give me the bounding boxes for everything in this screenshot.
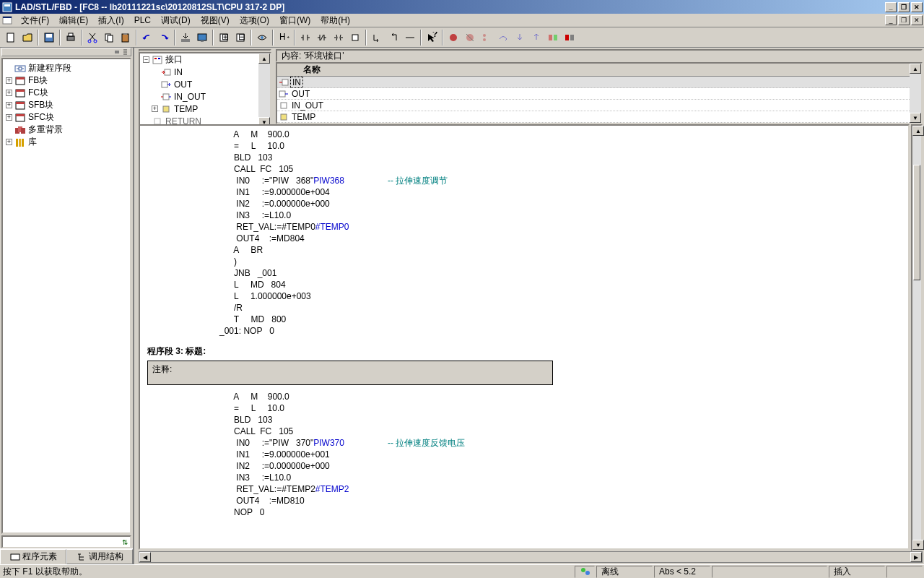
expander-icon[interactable]: +	[6, 114, 12, 121]
table-row[interactable]: OUT	[277, 88, 910, 100]
code-scrollbar-h[interactable]: ◀ ▶	[139, 551, 923, 563]
scroll-down-icon[interactable]: ▼	[910, 113, 921, 123]
menu-window[interactable]: 窗口(W)	[274, 13, 315, 28]
expander-icon[interactable]: +	[6, 139, 12, 145]
breakpoint-list-button[interactable]	[479, 30, 494, 46]
left-pane-grip[interactable]	[1, 48, 131, 56]
svg-rect-63	[281, 114, 287, 120]
tree-sfc[interactable]: + SFC块	[4, 111, 128, 124]
menu-insert[interactable]: 插入(I)	[93, 13, 128, 28]
catalog-tree[interactable]: 新建程序段 + FB块 + FC块 + SFB块	[3, 59, 130, 151]
step-over-button[interactable]	[495, 30, 511, 46]
coil-button[interactable]	[331, 30, 346, 46]
table-row[interactable]: IN	[277, 77, 910, 88]
download-button[interactable]	[178, 30, 193, 46]
expander-icon[interactable]: +	[6, 77, 12, 84]
interface-splitter[interactable]	[271, 48, 274, 121]
scrollbar[interactable]: ▲ ▼	[258, 53, 270, 127]
copy-button[interactable]	[101, 30, 117, 46]
menu-view[interactable]: 视图(V)	[196, 13, 235, 28]
filter-toggle-icon[interactable]: ⇅	[120, 537, 130, 547]
expander-icon[interactable]: +	[6, 102, 12, 108]
svg-rect-54	[158, 58, 160, 59]
scroll-thumb[interactable]	[913, 165, 920, 280]
run-button[interactable]	[545, 30, 561, 46]
display-button[interactable]	[254, 30, 270, 46]
redo-button[interactable]	[156, 30, 172, 46]
scroll-right-icon[interactable]: ▶	[910, 552, 922, 562]
branch-open-button[interactable]	[369, 30, 385, 46]
scroll-left-icon[interactable]: ◀	[139, 552, 151, 562]
monitor-button[interactable]	[194, 30, 210, 46]
expander-icon[interactable]: +	[6, 90, 12, 96]
menu-edit[interactable]: 编辑(E)	[54, 13, 93, 28]
code-editor[interactable]: A M 900.0 = L 10.0 BLD 103 CALL FC 105	[139, 124, 910, 550]
tree-lib[interactable]: + 库	[4, 136, 128, 148]
tree-fb[interactable]: + FB块	[4, 74, 128, 87]
status-offline: 离线	[596, 566, 653, 578]
close-button[interactable]: ✕	[911, 2, 923, 12]
connection-button[interactable]	[402, 30, 418, 46]
svg-rect-61	[279, 91, 285, 97]
cell-name[interactable]: IN	[290, 77, 303, 88]
svg-point-29	[483, 38, 486, 41]
symbol-button[interactable]: ⊟	[232, 30, 248, 46]
cut-button[interactable]	[84, 30, 100, 46]
mdi-restore-button[interactable]: ❐	[898, 15, 910, 25]
block-icon	[14, 113, 26, 122]
table-row[interactable]: TEMP	[277, 111, 910, 123]
code-scrollbar-v[interactable]: ▲ ▼	[911, 124, 923, 551]
tree-label: OUT	[174, 79, 192, 90]
scroll-down-icon[interactable]: ▼	[912, 540, 924, 550]
menu-help[interactable]: 帮助(H)	[315, 13, 355, 28]
menu-plc[interactable]: PLC	[129, 14, 156, 27]
column-header-name[interactable]: 名称	[303, 64, 321, 76]
menu-options[interactable]: 选项(O)	[235, 13, 274, 28]
tree-sfb[interactable]: + SFB块	[4, 99, 128, 111]
help-cursor-button[interactable]: ?	[424, 30, 440, 46]
expander-icon[interactable]: +	[152, 105, 158, 112]
tree-fc[interactable]: + FC块	[4, 87, 128, 99]
tree-multibg[interactable]: 多重背景	[4, 124, 128, 136]
menu-file[interactable]: 文件(F)	[16, 13, 54, 28]
step-into-button[interactable]	[512, 30, 528, 46]
tab-elements[interactable]: 程序元素	[0, 549, 66, 564]
mdi-close-button[interactable]: ✕	[911, 15, 923, 25]
open-button[interactable]	[19, 30, 35, 46]
scrollbar[interactable]: ▲ ▼	[910, 64, 921, 123]
cell-name: IN_OUT	[290, 100, 323, 111]
new-button[interactable]	[3, 30, 19, 46]
mdi-doc-icon	[1, 14, 13, 26]
contact-no-button[interactable]	[297, 30, 313, 46]
scroll-up-icon[interactable]: ▲	[910, 64, 921, 74]
undo-button[interactable]	[139, 30, 155, 46]
menu-debug[interactable]: 调试(D)	[156, 13, 196, 28]
table-row[interactable]: IN_OUT	[277, 100, 910, 111]
print-button[interactable]	[63, 30, 79, 46]
minimize-button[interactable]: _	[885, 2, 897, 12]
goto-button[interactable]: H↔	[276, 30, 292, 46]
breakpoint-button[interactable]	[445, 30, 461, 46]
comment-box[interactable]: 注释:	[147, 361, 553, 385]
tree-new-segment[interactable]: 新建程序段	[4, 62, 128, 74]
scroll-up-icon[interactable]: ▲	[912, 126, 924, 136]
svg-point-22	[261, 36, 263, 39]
breakpoint-clear-button[interactable]	[462, 30, 478, 46]
paste-button[interactable]	[118, 30, 134, 46]
status-abs: Abs < 5.2	[654, 566, 710, 578]
tab-callstruct[interactable]: 调用结构	[66, 549, 133, 564]
collapse-icon[interactable]: −	[143, 56, 149, 63]
stop-button[interactable]	[562, 30, 578, 46]
branch-close-button[interactable]	[385, 30, 401, 46]
save-button[interactable]	[41, 30, 57, 46]
contact-nc-button[interactable]	[314, 30, 330, 46]
box-button[interactable]	[347, 30, 363, 46]
interface-tree[interactable]: − 接口 IN OUT	[140, 53, 258, 127]
step-out-button[interactable]	[528, 30, 544, 46]
block-icon	[14, 88, 26, 98]
name-table[interactable]: 名称 IN OUT IN_OUT	[277, 64, 910, 123]
mdi-minimize-button[interactable]: _	[885, 15, 897, 25]
scroll-up-icon[interactable]: ▲	[258, 53, 270, 64]
maximize-button[interactable]: ❐	[898, 2, 910, 12]
reference-button[interactable]: ⊞	[216, 30, 232, 46]
